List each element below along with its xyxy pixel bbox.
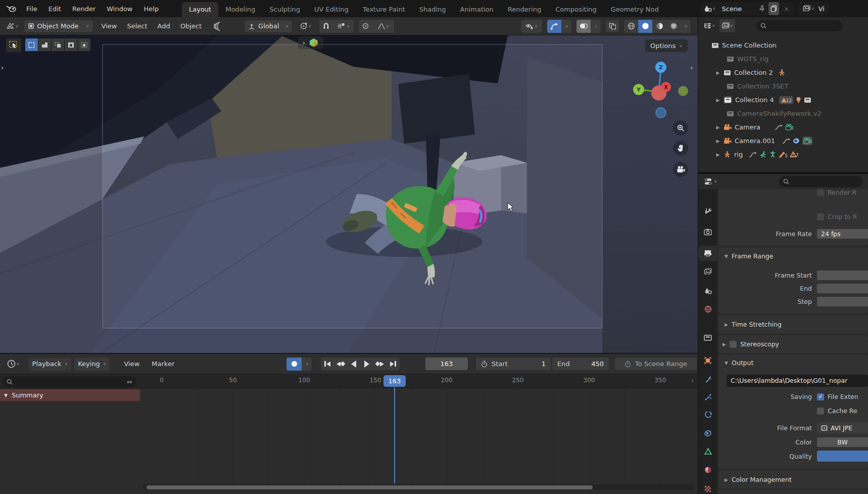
pan-hand-button[interactable]: [673, 141, 688, 156]
armature-object-icon[interactable]: [778, 69, 786, 76]
bone-data-icon[interactable]: 5: [779, 151, 788, 158]
gizmos-toggle[interactable]: [547, 20, 561, 33]
render-region-checkbox[interactable]: [817, 189, 824, 196]
frame-start-field-timeline[interactable]: Start 1: [476, 357, 551, 370]
breadcrumb-arrow-icon[interactable]: ›: [303, 39, 305, 47]
menu-help[interactable]: Help: [138, 0, 165, 17]
timeline-scrollbar-thumb[interactable]: [147, 485, 593, 489]
tab-texture[interactable]: [698, 481, 717, 494]
select-mode-extend[interactable]: [38, 38, 51, 51]
tab-sculpting[interactable]: Sculpting: [262, 2, 307, 17]
tab-constraints[interactable]: [698, 426, 717, 441]
scene-selector-button[interactable]: ∨: [702, 2, 718, 15]
expand-arrow-icon[interactable]: ▶: [714, 152, 721, 157]
outliner-display-mode-button[interactable]: ∨: [719, 19, 736, 32]
scene-name[interactable]: Scene: [718, 5, 757, 13]
tab-modeling[interactable]: Modeling: [218, 2, 262, 17]
color-bw-button[interactable]: BW: [817, 437, 868, 447]
filter-expand-icon[interactable]: ↔: [127, 378, 132, 386]
camera-view-button[interactable]: [673, 162, 688, 177]
outliner-editor-type-button[interactable]: ∨: [701, 19, 717, 32]
jump-to-start-button[interactable]: [321, 357, 334, 370]
navigation-gizmo[interactable]: Z Y X: [631, 56, 691, 121]
summary-collapse-icon[interactable]: ▼: [4, 393, 8, 398]
jump-to-end-button[interactable]: [387, 357, 400, 370]
tab-view-layer[interactable]: [698, 264, 717, 279]
tab-world[interactable]: [698, 301, 717, 317]
playhead-label[interactable]: 163: [383, 375, 406, 387]
menu-select[interactable]: Select: [122, 22, 152, 30]
timeline-channel-search[interactable]: ↔: [3, 376, 136, 387]
expand-arrow-icon[interactable]: ▶: [714, 98, 721, 103]
active-tool-select-box[interactable]: [6, 38, 21, 52]
frame-end-field[interactable]: [817, 284, 868, 293]
auto-keying-dropdown[interactable]: ∨: [302, 357, 312, 371]
breadcrumb-collection-icon[interactable]: [309, 38, 319, 48]
file-format-dropdown[interactable]: AVI JPE: [817, 422, 868, 433]
expand-arrow-icon[interactable]: ▶: [714, 125, 721, 130]
tab-geometry-nodes[interactable]: Geometry Nod: [604, 2, 666, 17]
menu-file[interactable]: File: [21, 0, 43, 17]
outliner-row-collection-2[interactable]: ▶ Collection 2: [698, 66, 868, 79]
animation-fcurve-icon[interactable]: [775, 124, 783, 130]
light-icon[interactable]: [795, 97, 802, 104]
current-frame-field[interactable]: 163: [425, 357, 468, 370]
timeline-body[interactable]: 0 50 100 150 200 250 300 350 ‹ 163 ↔ ▼ S…: [0, 374, 698, 494]
tab-object[interactable]: [698, 353, 717, 368]
crop-checkbox[interactable]: [817, 213, 824, 220]
mesh-triangle-icon[interactable]: 7: [790, 151, 799, 158]
tab-render[interactable]: [698, 224, 717, 240]
timeline-view-menu[interactable]: View: [118, 360, 146, 368]
editor-type-button[interactable]: ∨: [4, 20, 21, 33]
shading-solid-button[interactable]: [638, 20, 652, 33]
blender-logo-icon[interactable]: [4, 2, 19, 15]
ruler-collapse-arrow[interactable]: ‹: [691, 377, 694, 384]
prev-keyframe-button[interactable]: [334, 357, 347, 370]
collection-icon-small[interactable]: [804, 97, 811, 103]
tab-object-data[interactable]: [698, 444, 717, 459]
file-extensions-checkbox[interactable]: ✓: [817, 393, 824, 400]
play-button[interactable]: [360, 357, 373, 370]
stereoscopy-checkbox[interactable]: [730, 341, 737, 348]
outliner-row-rig[interactable]: ▶ rig 5 7: [698, 148, 868, 161]
select-mode-subtract[interactable]: [52, 38, 64, 51]
expand-arrow-icon[interactable]: ▶: [714, 70, 721, 75]
playhead-line[interactable]: [394, 387, 395, 483]
stereoscopy-section[interactable]: ▶Stereoscopy: [717, 339, 868, 349]
auto-keying-record-button[interactable]: [286, 357, 302, 371]
shading-material-button[interactable]: [652, 20, 666, 33]
tab-animation[interactable]: Animation: [453, 2, 501, 17]
snap-magnet-toggle[interactable]: [319, 20, 333, 33]
outliner-row-camerashakify[interactable]: CameraShakifyRework.v2: [698, 107, 868, 120]
color-management-section[interactable]: ▶Color Management: [717, 474, 868, 485]
frame-end-field-timeline[interactable]: End 450: [552, 357, 609, 370]
expand-arrow-icon[interactable]: ▶: [714, 139, 721, 144]
menu-render[interactable]: Render: [67, 0, 101, 17]
camera-data-icon-active[interactable]: [802, 137, 812, 145]
properties-search[interactable]: [779, 176, 862, 187]
selectability-visibility-button[interactable]: ∨: [521, 20, 542, 33]
select-mode-intersect[interactable]: [78, 38, 90, 51]
menu-edit[interactable]: Edit: [43, 0, 67, 17]
select-mode-invert[interactable]: [65, 38, 77, 51]
timeline-track-area[interactable]: [143, 388, 698, 494]
falloff-arcs-icon[interactable]: [210, 20, 225, 33]
view-layer-name[interactable]: Vi: [816, 5, 827, 13]
output-section[interactable]: ▼Output: [717, 357, 868, 368]
tab-physics[interactable]: [698, 408, 717, 423]
tab-particles[interactable]: [698, 389, 717, 405]
gizmos-dropdown[interactable]: ∨: [561, 20, 571, 33]
to-scene-range-button[interactable]: To Scene Range: [615, 357, 697, 370]
frame-rate-field[interactable]: 24 fps: [817, 229, 868, 239]
outliner-row-camera-001[interactable]: ▶ Camera.001: [698, 134, 868, 148]
camera-data-icon[interactable]: [785, 124, 793, 130]
tab-compositing[interactable]: Compositing: [548, 2, 604, 17]
proportional-editing-toggle[interactable]: [359, 20, 373, 33]
output-path-field[interactable]: C:\Users\lambda\Desktop\G01_nopar: [727, 375, 868, 387]
frame-range-section[interactable]: ▼Frame Range: [717, 251, 868, 261]
tab-collection[interactable]: [698, 330, 717, 345]
outliner-row-scene-collection[interactable]: Scene Collection: [698, 38, 868, 52]
pose-stand-icon[interactable]: [769, 151, 777, 158]
snap-with-button[interactable]: ∨: [333, 20, 354, 33]
tab-scene[interactable]: [698, 283, 717, 298]
